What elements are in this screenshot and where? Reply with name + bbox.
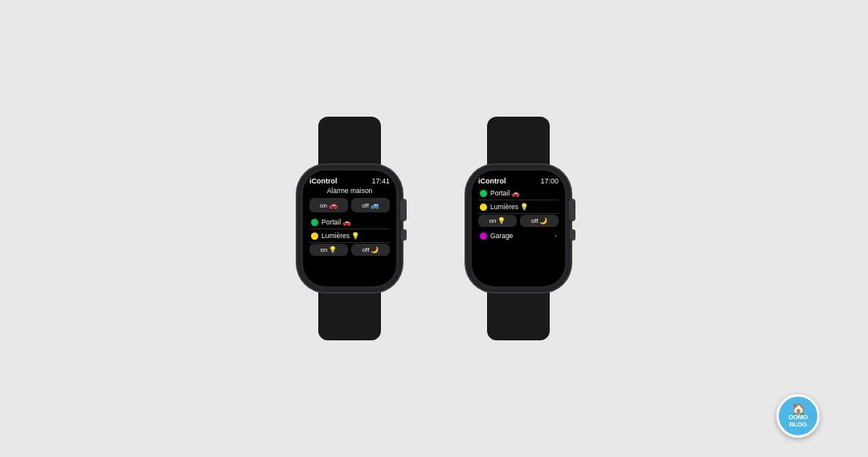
- watch-1-crown: [400, 199, 407, 221]
- watch-1-alarm-on-btn[interactable]: on 🚗: [309, 198, 348, 212]
- watch-2-button: [570, 229, 575, 241]
- watch-2-screen: iControl 17:00 Portail 🚗 Lumières 💡 on: [472, 171, 565, 286]
- watch-1-body: iControl 17:41 Alarme maison on 🚗 off 🚙: [297, 165, 402, 292]
- watch-1-alarm-off-emoji: 🚙: [371, 201, 379, 209]
- watch-1-alarm-off-btn[interactable]: off 🚙: [351, 198, 390, 212]
- watch-2-lumieres-dot: [480, 204, 487, 211]
- watch-1-screen: iControl 17:41 Alarme maison on 🚗 off 🚙: [303, 171, 396, 286]
- watch-1-lumieres-dot: [311, 233, 318, 240]
- watch-1-portail-dot: [311, 219, 318, 226]
- watch-2: iControl 17:00 Portail 🚗 Lumières 💡 on: [466, 117, 571, 340]
- domoblog-text: DomoBlog: [788, 414, 808, 429]
- watch-2-portail-item[interactable]: Portail 🚗: [478, 187, 559, 200]
- watch-1-lights-off-label: off: [362, 246, 370, 253]
- watch-2-lumieres-item[interactable]: Lumières 💡: [478, 200, 559, 214]
- watch-2-app-name: iControl: [478, 177, 506, 185]
- watch-1-alarm-toggle: on 🚗 off 🚙: [309, 198, 390, 212]
- watch-2-lights-on-btn[interactable]: on 💡: [478, 215, 517, 227]
- watch-2-portail-dot: [480, 190, 487, 197]
- watch-2-lights-on-emoji: 💡: [497, 217, 506, 224]
- watch-2-lumieres-label: Lumières 💡: [490, 203, 529, 211]
- watch-1-portail-label: Portail 🚗: [321, 218, 351, 226]
- watch-1-lights-toggle: on 💡 off 🌙: [309, 244, 390, 256]
- watch-2-lights-off-label: off: [531, 217, 538, 224]
- watch-2-header: iControl 17:00: [478, 177, 559, 185]
- watch-2-body: iControl 17:00 Portail 🚗 Lumières 💡 on: [466, 165, 571, 292]
- watch-1: iControl 17:41 Alarme maison on 🚗 off 🚙: [297, 117, 402, 340]
- watch-2-garage-item[interactable]: Garage ›: [478, 229, 559, 242]
- watch-2-portail-label: Portail 🚗: [490, 189, 520, 197]
- watch-1-lights-off-btn[interactable]: off 🌙: [351, 244, 390, 256]
- watch-1-band-bottom: [318, 292, 381, 340]
- watch-2-band-bottom: [487, 292, 550, 340]
- watch-1-lights-on-label: on: [321, 246, 328, 253]
- watch-1-subtitle: Alarme maison: [309, 187, 390, 195]
- watches-container: iControl 17:41 Alarme maison on 🚗 off 🚙: [297, 117, 571, 340]
- watch-1-app-name: iControl: [309, 177, 338, 185]
- watch-2-garage-dot: [480, 233, 487, 240]
- domoblog-badge: 🏠 DomoBlog: [776, 394, 820, 438]
- watch-1-lumieres-item[interactable]: Lumières 💡: [309, 229, 390, 243]
- domoblog-house-icon: 🏠: [792, 403, 805, 414]
- watch-1-band-top: [318, 117, 381, 165]
- watch-1-lights-off-emoji: 🌙: [371, 246, 379, 253]
- watch-1-header: iControl 17:41: [309, 177, 390, 185]
- watch-2-time: 17:00: [540, 177, 559, 185]
- watch-2-lights-on-label: on: [489, 217, 497, 224]
- watch-2-band-top: [487, 117, 550, 165]
- watch-2-lights-off-btn[interactable]: off 🌙: [520, 215, 559, 227]
- watch-1-lights-on-emoji: 💡: [329, 246, 337, 253]
- watch-1-lights-on-btn[interactable]: on 💡: [309, 244, 348, 256]
- watch-2-lights-toggle: on 💡 off 🌙: [478, 215, 559, 227]
- watch-1-portail-item[interactable]: Portail 🚗: [309, 216, 390, 229]
- watch-2-garage-chevron: ›: [555, 232, 557, 240]
- watch-1-alarm-on-emoji: 🚗: [329, 201, 338, 209]
- watch-2-lights-off-emoji: 🌙: [539, 217, 547, 224]
- watch-2-garage-label: Garage: [490, 232, 513, 240]
- watch-1-alarm-off-label: off: [362, 202, 369, 209]
- watch-1-lumieres-label: Lumières 💡: [321, 232, 360, 240]
- watch-1-button: [401, 229, 407, 241]
- watch-1-time: 17:41: [371, 177, 390, 185]
- watch-1-alarm-on-label: on: [320, 202, 327, 209]
- watch-2-crown: [569, 199, 575, 221]
